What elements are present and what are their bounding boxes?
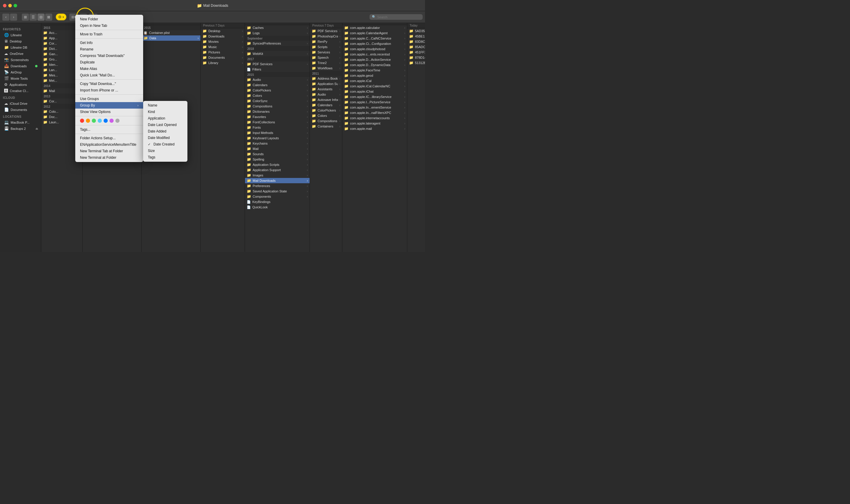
- list-item[interactable]: 📁Calendars›: [245, 82, 310, 88]
- list-item[interactable]: 📁Autosave Information›: [310, 97, 342, 102]
- list-item[interactable]: 📁Downloads›: [201, 34, 245, 39]
- list-item[interactable]: 📁Documents›: [201, 55, 245, 60]
- list-item[interactable]: 📁Caches›: [245, 25, 310, 30]
- list-item[interactable]: 📁Address Book Plug-Ins›: [310, 76, 342, 81]
- submenu-date-created[interactable]: Date Created: [143, 141, 187, 147]
- list-item[interactable]: 📁Workflows›: [310, 66, 342, 71]
- list-item[interactable]: 📁PDF Services›: [310, 28, 342, 34]
- ctx-rename[interactable]: Rename: [75, 46, 143, 53]
- list-item[interactable]: 📁com.apple.D...DynamicData›: [342, 62, 407, 68]
- ctx-new-folder[interactable]: New Folder: [75, 16, 143, 22]
- list-item[interactable]: 📁Preferences›: [245, 183, 310, 188]
- ctx-quick-look[interactable]: Quick Look "Mail Do...: [75, 72, 143, 78]
- submenu-name[interactable]: Name: [143, 102, 187, 109]
- list-item-mail-downloads[interactable]: 📁Mail Downloads›: [245, 178, 310, 183]
- list-item[interactable]: 📁45BE1127-F...AEB9835EC: [407, 34, 425, 39]
- sidebar-item-iclouddrive[interactable]: ☁ iCloud Drive: [1, 100, 40, 107]
- back-button[interactable]: ‹: [2, 14, 10, 21]
- ctx-show-view-options[interactable]: Show View Options: [75, 109, 143, 115]
- list-item[interactable]: 📁5AD35466-...9022B37219: [407, 28, 425, 34]
- ctx-folder-actions-setup[interactable]: Folder Actions Setup...: [75, 135, 143, 141]
- list-item[interactable]: 📁com.apple.CalendarAgent›: [342, 30, 407, 36]
- list-item[interactable]: 📁com.apple.iCal.CalendarNC›: [342, 84, 407, 89]
- list-item[interactable]: 📁com.apple.D...ActionService›: [342, 57, 407, 62]
- list-item[interactable]: 📄QuickLook: [245, 204, 310, 210]
- ctx-get-info[interactable]: Get Info: [75, 39, 143, 46]
- minimize-button[interactable]: [8, 4, 12, 7]
- list-item[interactable]: 📁Application Support›: [245, 167, 310, 173]
- list-item[interactable]: 📁com.apple.In...nalFiltersXPC›: [342, 110, 407, 115]
- tag-orange[interactable]: [86, 119, 90, 123]
- list-item[interactable]: 📁85ADC1FF-F...EBE8F075A: [407, 44, 425, 50]
- sidebar-item-lifewiredb[interactable]: 📁 Lifewire DB: [1, 44, 40, 51]
- list-item[interactable]: 📁com.apple.iChat›: [342, 89, 407, 94]
- ctx-en-application-service[interactable]: ENApplicationServiceMenuItemTitle: [75, 141, 143, 148]
- list-item[interactable]: 📁Logs›: [245, 30, 310, 36]
- ctx-import[interactable]: Import from iPhone or ...: [75, 87, 143, 93]
- maximize-button[interactable]: [14, 4, 17, 7]
- sidebar-item-screenshots[interactable]: 📸 Screenshots: [1, 57, 40, 63]
- list-item[interactable]: 📋Container.plist: [142, 30, 200, 35]
- list-item[interactable]: 📁51312B05-...F5456CCC86: [407, 60, 425, 66]
- tag-blue-light[interactable]: [98, 119, 102, 123]
- tag-red[interactable]: [80, 119, 84, 123]
- ctx-compress[interactable]: Compress "Mail Downloads": [75, 53, 143, 59]
- forward-button[interactable]: ›: [10, 14, 17, 21]
- list-item[interactable]: 📁SyncedPreferences›: [245, 41, 310, 46]
- sidebar-item-onedrive[interactable]: ☁ OneDrive: [1, 51, 40, 57]
- sidebar-item-airdrop[interactable]: 📡 AirDrop: [1, 69, 40, 75]
- list-item[interactable]: 📁com.apple.C...CalNCService›: [342, 36, 407, 41]
- ctx-new-terminal-tab[interactable]: New Terminal Tab at Folder: [75, 148, 143, 154]
- list-view-button[interactable]: ☰: [30, 14, 37, 21]
- list-item[interactable]: 📁Scripts›: [310, 44, 342, 50]
- sidebar-item-backups[interactable]: 💾 Backups 2 ⏏: [1, 125, 40, 132]
- ctx-use-groups[interactable]: Use Groups: [75, 96, 143, 102]
- list-item[interactable]: 📁FontCollections›: [245, 120, 310, 125]
- list-item[interactable]: 📁PhotoshopCrashes›: [310, 34, 342, 39]
- list-item[interactable]: 📁451FF3F6-8...FD2E7743DF: [407, 50, 425, 55]
- list-item[interactable]: 📁com.apple.calculator›: [342, 25, 407, 30]
- tag-blue[interactable]: [104, 119, 108, 123]
- list-item[interactable]: 📁Keyboard Layouts›: [245, 136, 310, 141]
- list-item[interactable]: 📁Fonts›: [245, 125, 310, 130]
- list-item[interactable]: 📁com.apple.mail›: [342, 126, 407, 131]
- gallery-view-button[interactable]: ⊠: [45, 14, 52, 21]
- tag-green[interactable]: [92, 119, 96, 123]
- list-item[interactable]: 📁Pictures›: [201, 50, 245, 55]
- sidebar-item-macbook[interactable]: 💻 MacBook P...: [1, 119, 40, 125]
- list-item[interactable]: 📁RenPy›: [310, 39, 342, 44]
- list-item[interactable]: 📁878D1471-...2F83392316C: [407, 55, 425, 60]
- list-item[interactable]: 📁Application Support›: [310, 81, 342, 87]
- list-item[interactable]: 📄Filters: [245, 67, 310, 72]
- list-item[interactable]: 📁Colors›: [310, 113, 342, 118]
- ctx-copy[interactable]: Copy "Mail Downloa...": [75, 80, 143, 87]
- list-item[interactable]: 📁Music›: [201, 44, 245, 50]
- list-item[interactable]: 📁com.apple.In...ementService›: [342, 105, 407, 110]
- list-item[interactable]: 📁Services›: [310, 50, 342, 55]
- list-item[interactable]: 📄KeyBindings: [245, 199, 310, 204]
- submenu-application[interactable]: Application: [143, 115, 187, 122]
- list-item[interactable]: 📁Audio›: [310, 92, 342, 97]
- list-item[interactable]: 📁Keychains›: [245, 141, 310, 146]
- list-item[interactable]: 📁Calendars›: [310, 102, 342, 108]
- list-item[interactable]: 📁com.apple.lateragent›: [342, 121, 407, 126]
- list-item[interactable]: 📁com.apple.c...ents.recentsd›: [342, 52, 407, 57]
- list-item[interactable]: 📁Saved Application State›: [245, 188, 310, 194]
- tag-gray[interactable]: [115, 119, 120, 123]
- list-item[interactable]: 📁Speech›: [310, 55, 342, 60]
- sidebar-item-creativecl[interactable]: 🅰 Creative Cl...: [1, 88, 40, 94]
- list-item[interactable]: 📁Colors›: [245, 93, 310, 98]
- list-item[interactable]: 📁Spelling›: [245, 157, 310, 162]
- close-button[interactable]: [3, 4, 6, 7]
- list-item[interactable]: 📁Input Methods›: [245, 130, 310, 136]
- list-item[interactable]: 📁com.apple.I...PictureService›: [342, 100, 407, 105]
- list-item[interactable]: 📁Favorites›: [245, 114, 310, 120]
- icon-view-button[interactable]: ⊞: [22, 14, 29, 21]
- list-item[interactable]: 📁com.apple.cloudphotosd›: [342, 46, 407, 52]
- list-item[interactable]: 📁WebKit›: [245, 51, 310, 56]
- list-item[interactable]: 📁com.apple.FaceTime›: [342, 68, 407, 73]
- gear-action-button[interactable]: ⚙ ▾: [56, 14, 67, 20]
- list-item[interactable]: 📁Dictionaries›: [245, 109, 310, 114]
- ctx-move-to-trash[interactable]: Move to Trash: [75, 31, 143, 37]
- submenu-tags[interactable]: Tags: [143, 154, 187, 161]
